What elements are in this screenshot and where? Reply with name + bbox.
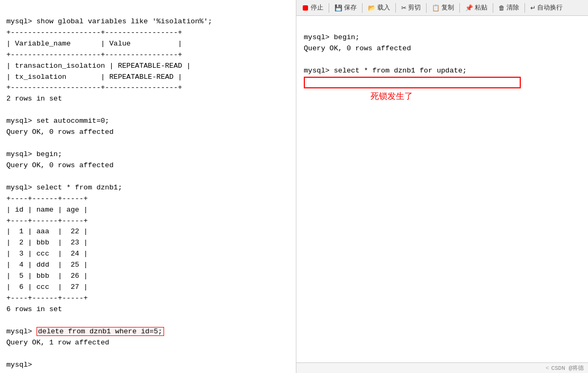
load-icon: 📂 xyxy=(368,4,376,12)
footer-bar: < CSDN @将德 xyxy=(296,362,588,373)
copy-icon: 📋 xyxy=(432,4,440,12)
clear-icon: 🗑 xyxy=(499,4,505,12)
stop-label: 停止 xyxy=(311,3,323,12)
paste-label: 粘贴 xyxy=(475,3,487,12)
waiting-indicator xyxy=(304,77,521,88)
paste-icon: 📌 xyxy=(465,4,473,12)
separator-1 xyxy=(329,3,329,13)
right-terminal: mysql> begin; Query OK, 0 rows affected … xyxy=(296,16,588,362)
deadlock-label: 死锁发生了 xyxy=(370,90,413,103)
footer-text: CSDN @将德 xyxy=(551,364,584,372)
toolbar: 停止 💾 保存 📂 载入 ✂ 剪切 📋 复制 📌 粘贴 🗑 清除 xyxy=(296,0,588,16)
copy-label: 复制 xyxy=(441,3,454,12)
cut-icon: ✂ xyxy=(401,4,406,12)
delete-command: delete from dznb1 where id=5; xyxy=(37,327,164,336)
clear-label: 清除 xyxy=(506,3,519,12)
scroll-left: < xyxy=(546,365,549,371)
auto-newline-label: 自动换行 xyxy=(537,3,563,12)
auto-newline-icon: ↵ xyxy=(530,4,536,12)
left-content: mysql> show global variables like '%isol… xyxy=(6,17,212,369)
save-button[interactable]: 💾 保存 xyxy=(331,2,360,13)
copy-button[interactable]: 📋 复制 xyxy=(429,2,457,13)
stop-icon xyxy=(303,5,308,11)
paste-button[interactable]: 📌 粘贴 xyxy=(462,2,491,13)
load-label: 载入 xyxy=(377,3,390,12)
separator-3 xyxy=(395,3,396,13)
right-panel: 停止 💾 保存 📂 载入 ✂ 剪切 📋 复制 📌 粘贴 🗑 清除 xyxy=(296,0,588,373)
cut-label: 剪切 xyxy=(408,3,421,12)
load-button[interactable]: 📂 载入 xyxy=(365,2,393,13)
save-icon: 💾 xyxy=(334,4,342,12)
separator-7 xyxy=(524,3,525,13)
separator-6 xyxy=(493,3,493,13)
left-terminal: mysql> show global variables like '%isol… xyxy=(0,0,296,373)
stop-button[interactable]: 停止 xyxy=(300,2,327,13)
cut-button[interactable]: ✂ 剪切 xyxy=(398,2,424,13)
save-label: 保存 xyxy=(344,3,357,12)
separator-2 xyxy=(362,3,363,13)
separator-5 xyxy=(459,3,460,13)
right-line-1: mysql> begin; Query OK, 0 rows affected … xyxy=(304,33,521,86)
auto-newline-button[interactable]: ↵ 自动换行 xyxy=(527,2,566,13)
separator-4 xyxy=(426,3,427,13)
clear-button[interactable]: 🗑 清除 xyxy=(495,2,522,13)
